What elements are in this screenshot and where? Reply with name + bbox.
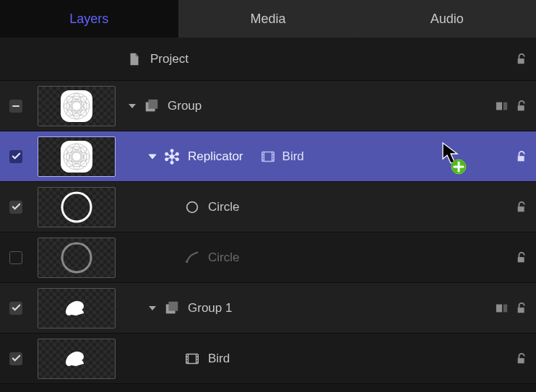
- row-group[interactable]: Group: [0, 81, 536, 131]
- circle2-label: Circle: [208, 251, 239, 265]
- lock-icon[interactable]: [514, 53, 530, 66]
- group1-label: Group 1: [188, 301, 232, 315]
- row-bird[interactable]: Bird: [0, 334, 536, 384]
- svg-rect-37: [503, 304, 507, 312]
- tab-media-label: Media: [250, 12, 285, 27]
- replicator-icon: [163, 149, 181, 165]
- visibility-mixed-checkbox[interactable]: [9, 100, 22, 113]
- replicator-thumbnail: [38, 136, 116, 177]
- svg-rect-10: [148, 99, 157, 108]
- tab-layers[interactable]: Layers: [0, 0, 179, 38]
- project-label: Project: [150, 52, 189, 66]
- circle-shape-icon: [183, 199, 201, 215]
- tab-audio[interactable]: Audio: [358, 0, 536, 38]
- tab-media[interactable]: Media: [179, 0, 358, 38]
- filmstrip-icon: [183, 351, 201, 367]
- tabs-bar: Layers Media Audio: [0, 0, 536, 38]
- filmstrip-icon: [259, 149, 277, 165]
- bird-thumbnail: [38, 339, 116, 379]
- svg-point-31: [187, 201, 198, 212]
- svg-point-32: [62, 243, 91, 272]
- visibility-checkbox[interactable]: [9, 150, 22, 163]
- svg-point-33: [186, 260, 189, 263]
- lock-icon[interactable]: [514, 352, 530, 365]
- visibility-checkbox[interactable]: [9, 302, 22, 315]
- svg-point-30: [62, 193, 91, 222]
- lock-icon[interactable]: [514, 100, 530, 113]
- lock-icon[interactable]: [514, 251, 530, 264]
- circle1-label: Circle: [208, 200, 239, 214]
- lock-icon[interactable]: [514, 150, 530, 163]
- group-icon: [163, 300, 181, 316]
- paint-stroke-icon: [183, 250, 201, 266]
- isolate-icon[interactable]: [494, 100, 510, 113]
- group-label: Group: [168, 99, 202, 113]
- group1-thumbnail: [38, 288, 116, 328]
- drop-label: Bird: [282, 149, 304, 164]
- svg-rect-0: [61, 90, 92, 122]
- row-group1[interactable]: Group 1: [0, 283, 536, 334]
- group-thumbnail: [38, 86, 116, 126]
- isolate-icon[interactable]: [494, 302, 510, 315]
- disclosure-triangle-icon[interactable]: [146, 304, 159, 313]
- svg-rect-13: [61, 141, 92, 173]
- svg-rect-36: [496, 304, 502, 312]
- disclosure-triangle-icon[interactable]: [126, 102, 139, 110]
- svg-rect-11: [496, 102, 502, 110]
- bird-label: Bird: [208, 352, 230, 366]
- tab-audio-label: Audio: [431, 12, 464, 27]
- disclosure-triangle-icon[interactable]: [146, 152, 159, 161]
- replicator-label: Replicator: [188, 149, 243, 164]
- group-icon: [143, 98, 160, 114]
- svg-rect-12: [503, 102, 507, 110]
- visibility-checkbox[interactable]: [9, 352, 22, 365]
- circle-thumbnail: [38, 187, 116, 227]
- lock-icon[interactable]: [514, 302, 530, 315]
- row-project[interactable]: Project: [0, 38, 536, 81]
- lock-icon[interactable]: [514, 201, 530, 214]
- document-icon: [126, 51, 143, 67]
- visibility-checkbox[interactable]: [9, 201, 22, 214]
- row-replicator[interactable]: Replicator Bird: [0, 131, 536, 182]
- visibility-checkbox[interactable]: [9, 251, 22, 264]
- row-circle-1[interactable]: Circle: [0, 182, 536, 232]
- svg-rect-35: [168, 301, 178, 310]
- tab-layers-label: Layers: [69, 12, 108, 27]
- row-circle-2[interactable]: Circle: [0, 232, 536, 283]
- drop-indicator: Bird: [259, 149, 304, 165]
- circle-thumbnail: [38, 238, 116, 278]
